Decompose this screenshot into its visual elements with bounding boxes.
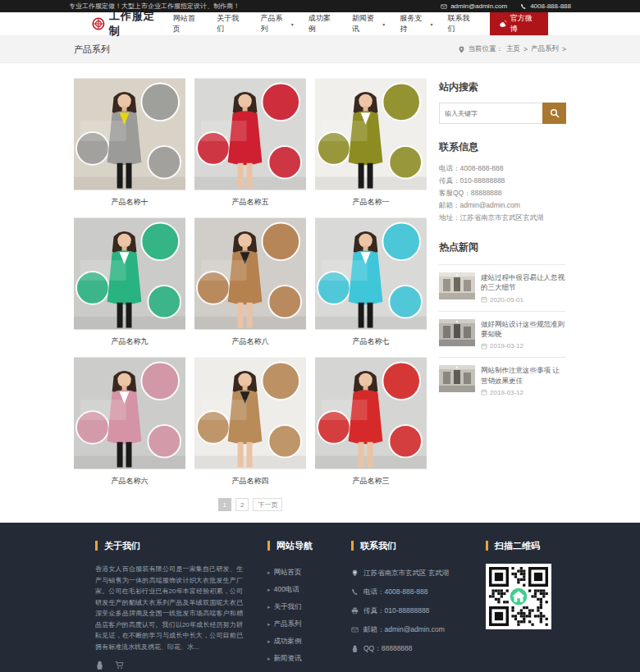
news-item[interactable]: 建站过程中很容易让人忽视的三大细节2020-05-01 [439, 264, 566, 311]
product-card[interactable]: 产品名称八 [194, 217, 306, 352]
product-image[interactable] [74, 357, 185, 469]
product-card[interactable]: 产品名称四 [194, 357, 306, 491]
footer-nav-link-label: 网站首页 [274, 564, 302, 581]
news-date: 2019-03-12 [481, 342, 566, 350]
calendar-icon [481, 296, 487, 303]
breadcrumb: 当前位置： 主页 > 产品系列 > [458, 44, 566, 54]
news-title[interactable]: 做好网站设计这些规范准则要知晓 [481, 319, 566, 340]
topbar-email[interactable]: admin@admin.com [441, 2, 507, 10]
news-title[interactable]: 网站制作注意这些事项 让营销效果更佳 [481, 365, 566, 386]
page-button-2[interactable]: 2 [235, 498, 249, 511]
footer-contact-text: QQ：88888888 [363, 639, 413, 658]
news-body: 网站制作注意这些事项 让营销效果更佳2019-03-12 [481, 365, 566, 396]
news-block-title: 热点新闻 [439, 240, 566, 254]
logo[interactable]: 工作服定制 [92, 9, 166, 39]
footer-nav-link-label: 成功案例 [274, 633, 302, 650]
news-date-text: 2019-03-12 [490, 342, 523, 350]
breadcrumb-home-link[interactable]: 主页 [506, 44, 520, 54]
product-card[interactable]: 产品名称六 [74, 357, 185, 491]
news-date-text: 2020-05-01 [490, 296, 523, 304]
page: 专业工作服定做！大型上市企业工作服指定设计、制作商！ admin@admin.c… [0, 0, 640, 672]
product-card[interactable]: 产品名称五 [194, 78, 306, 213]
nav-item-5[interactable]: 服务支持▾ [392, 12, 440, 35]
news-thumbnail [439, 365, 475, 392]
nav-item-1[interactable]: 关于我们 [209, 12, 253, 35]
arrow-right-icon: ▸ [267, 564, 271, 581]
nav-item-label: 服务支持 [400, 13, 428, 34]
news-item[interactable]: 网站制作注意这些事项 让营销效果更佳2019-03-12 [439, 357, 566, 404]
footer-about-text: 香港女人百合服装有限公司是一家集自己研发、生产与销售为一体的高端服饰设计织大衣批… [95, 564, 243, 652]
footer-nav-link[interactable]: ▸产品系列 [267, 615, 325, 633]
product-name[interactable]: 产品名称八 [194, 330, 306, 352]
pagination: 12下一页 [74, 498, 427, 511]
news-item[interactable]: 做好网站设计这些规范准则要知晓2019-03-12 [439, 311, 566, 358]
footer-contact-item: 江苏省南京市玄武区 玄武湖 [351, 564, 464, 583]
product-name[interactable]: 产品名称三 [315, 469, 427, 491]
footer-nav-link[interactable]: ▸新闻资讯 [267, 650, 325, 667]
nav-item-6[interactable]: 联系我们 [441, 12, 484, 35]
chevron-down-icon: ▾ [291, 21, 294, 27]
contact-lines: 电话：4008-888-888传真：010-88888888客服QQ：88888… [439, 162, 566, 224]
footer-qr-column: 扫描二维码 [486, 541, 556, 670]
product-name[interactable]: 产品名称六 [74, 469, 185, 491]
news-thumbnail [439, 272, 475, 299]
product-name[interactable]: 产品名称七 [315, 330, 427, 352]
breadcrumb-strip: 产品系列 当前位置： 主页 > 产品系列 > [0, 36, 640, 63]
footer-nav-links: ▸网站首页▸400电话▸关于我们▸产品系列▸成功案例▸新闻资讯 [267, 564, 325, 667]
chevron-down-icon: ▾ [431, 21, 433, 27]
chevron-down-icon: ▾ [382, 21, 385, 27]
product-image[interactable] [74, 78, 185, 190]
footer-nav-link[interactable]: ▸400电话 [267, 581, 325, 598]
cart-icon[interactable] [115, 661, 124, 670]
breadcrumb-separator: > [523, 45, 528, 53]
product-card[interactable]: 产品名称七 [315, 217, 427, 352]
product-image[interactable] [194, 78, 306, 190]
footer-nav-link[interactable]: ▸网站首页 [267, 564, 325, 581]
search-button[interactable] [542, 103, 566, 124]
product-card[interactable]: 产品名称十 [74, 78, 185, 213]
contact-line: 电话：4008-888-888 [439, 162, 566, 175]
nav-item-3[interactable]: 成功案例 [301, 12, 345, 35]
topbar-phone[interactable]: 4008-888-888 [520, 2, 571, 10]
product-name[interactable]: 产品名称十 [74, 190, 185, 213]
contact-line: 地址：江苏省南京市玄武区玄武湖 [439, 212, 566, 224]
topbar-phone-text: 4008-888-888 [530, 2, 571, 10]
product-image[interactable] [315, 217, 427, 330]
product-name[interactable]: 产品名称九 [74, 330, 185, 352]
product-card[interactable]: 产品名称九 [74, 217, 185, 352]
breadcrumb-current-link[interactable]: 产品系列 [531, 44, 559, 54]
mail-icon [441, 3, 447, 10]
news-title[interactable]: 建站过程中很容易让人忽视的三大细节 [481, 272, 566, 293]
location-pin-icon [458, 46, 465, 53]
product-image[interactable] [194, 357, 306, 469]
qq-icon[interactable] [95, 661, 104, 670]
next-page-button[interactable]: 下一页 [253, 498, 282, 511]
product-name[interactable]: 产品名称五 [194, 190, 306, 213]
footer-contact-item: 传真：010-88888888 [351, 601, 464, 620]
contact-line: 邮箱：admin@admin.com [439, 199, 566, 212]
weibo-label: 官方微博 [510, 13, 539, 34]
logo-text: 工作服定制 [109, 9, 166, 39]
search-input[interactable] [439, 103, 542, 124]
main-content: 产品名称十 产品名称五 产品名称一 [74, 63, 566, 523]
product-image[interactable] [194, 217, 306, 330]
footer-nav-link[interactable]: ▸关于我们 [267, 598, 325, 615]
footer-nav-column: 网站导航 ▸网站首页▸400电话▸关于我们▸产品系列▸成功案例▸新闻资讯 [267, 541, 325, 670]
product-name[interactable]: 产品名称一 [315, 190, 427, 213]
news-thumbnail [439, 319, 475, 346]
product-image[interactable] [315, 78, 427, 190]
product-card[interactable]: 产品名称三 [315, 357, 427, 491]
product-image[interactable] [74, 217, 185, 330]
nav-item-0[interactable]: 网站首页 [166, 12, 209, 35]
product-name[interactable]: 产品名称四 [194, 469, 306, 491]
page-button-1[interactable]: 1 [218, 498, 231, 511]
product-card[interactable]: 产品名称一 [315, 78, 427, 213]
nav-item-2[interactable]: 产品系列▾ [254, 12, 301, 35]
contact-block-title: 联系信息 [439, 140, 566, 154]
product-image[interactable] [315, 357, 427, 469]
footer-nav-link[interactable]: ▸成功案例 [267, 633, 325, 650]
contact-info-block: 联系信息 电话：4008-888-888传真：010-88888888客服QQ：… [439, 140, 566, 224]
nav-item-4[interactable]: 新闻资讯▾ [345, 12, 392, 35]
news-date: 2019-03-12 [481, 389, 566, 396]
weibo-button[interactable]: 官方微博 [490, 12, 548, 35]
